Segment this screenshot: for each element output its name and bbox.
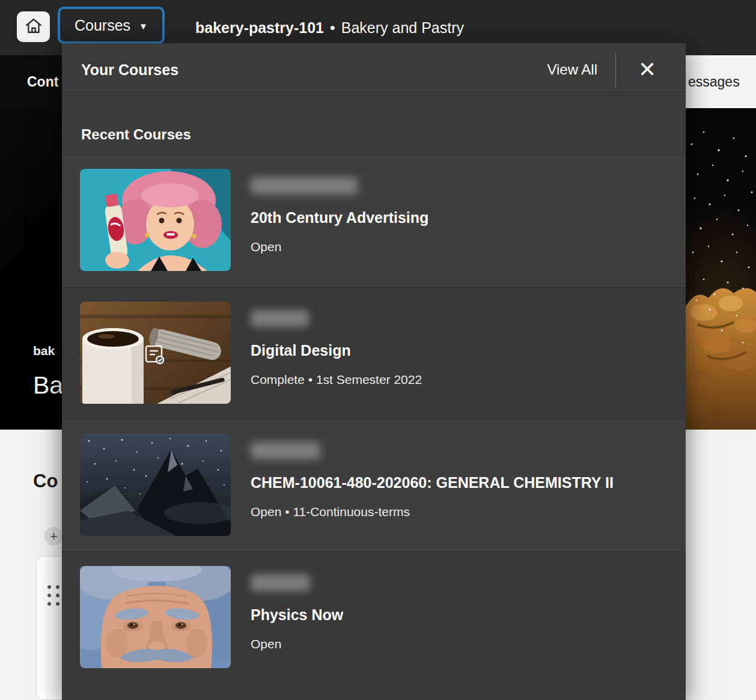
course-info: 20th Century Advertising Open	[251, 169, 428, 254]
breadcrumb-course-name: Bakery and Pastry	[341, 19, 464, 37]
breadcrumb-course-id: bakery-pastry-101	[195, 19, 324, 37]
recent-courses-heading: Recent Courses	[81, 126, 191, 143]
course-status: Open	[251, 240, 428, 254]
drag-handle-icon[interactable]	[47, 585, 59, 606]
pastry-image	[686, 108, 756, 430]
course-list: 20th Century Advertising Open	[62, 155, 686, 700]
course-id-redacted	[251, 177, 358, 194]
course-status: Complete • 1st Semester 2022	[251, 373, 422, 387]
breadcrumb-separator: •	[330, 19, 335, 37]
panel-title: Your Courses	[81, 43, 178, 96]
close-icon: ✕	[638, 57, 656, 82]
course-info: CHEM-10061-480-202060: GENERAL CHEMISTRY…	[251, 434, 614, 519]
panel-header: Your Courses View All ✕	[62, 43, 686, 96]
course-card[interactable]: 20th Century Advertising Open	[62, 155, 686, 287]
screen: Courses ▼ bakery-pastry-101 • Bakery and…	[0, 0, 756, 700]
chevron-down-icon: ▼	[139, 22, 148, 31]
advertising-course-thumbnail	[80, 169, 231, 271]
tab-messages[interactable]: essages	[688, 55, 740, 108]
close-button[interactable]: ✕	[634, 56, 660, 83]
mountain-course-thumbnail	[80, 434, 231, 536]
tab-content[interactable]: Cont	[27, 55, 58, 108]
content-heading-partial: Co	[33, 470, 58, 492]
course-id-redacted	[251, 310, 309, 327]
banner-course-id-partial: bak	[33, 344, 55, 358]
banner-course-title-partial: Ba	[33, 371, 62, 400]
pastry-banner-image	[686, 108, 756, 430]
header-divider	[615, 52, 616, 87]
home-button[interactable]	[17, 11, 50, 42]
course-info: Digital Design Complete • 1st Semester 2…	[251, 302, 422, 387]
einstein-course-thumbnail	[80, 566, 231, 668]
coffee-course-thumbnail	[80, 302, 231, 404]
course-info: Physics Now Open	[251, 566, 343, 651]
courses-menu-button[interactable]: Courses ▼	[58, 7, 165, 44]
course-status: Open • 11-Continuous-terms	[251, 505, 614, 519]
courses-menu-label: Courses	[75, 17, 130, 34]
course-banner-left: bak Ba	[0, 108, 62, 430]
home-icon	[25, 17, 43, 36]
tab-bar-light-segment: essages	[686, 55, 756, 108]
add-content-button[interactable]: +	[44, 527, 63, 546]
course-card[interactable]: Physics Now Open	[62, 552, 686, 684]
course-status: Open	[251, 637, 343, 651]
course-card[interactable]: CHEM-10061-480-202060: GENERAL CHEMISTRY…	[62, 419, 686, 552]
course-id-redacted	[251, 442, 320, 459]
courses-flyout-panel: Your Courses View All ✕ Recent Courses	[62, 43, 686, 700]
course-title-link[interactable]: Physics Now	[251, 606, 343, 624]
course-title-link[interactable]: Digital Design	[251, 341, 422, 359]
course-id-redacted	[251, 574, 310, 591]
plus-icon: +	[50, 530, 58, 543]
course-card[interactable]: Digital Design Complete • 1st Semester 2…	[62, 287, 686, 419]
course-title-link[interactable]: 20th Century Advertising	[251, 208, 428, 227]
view-all-link[interactable]: View All	[547, 61, 597, 78]
course-title-link[interactable]: CHEM-10061-480-202060: GENERAL CHEMISTRY…	[251, 473, 614, 492]
panel-header-actions: View All ✕	[547, 43, 660, 96]
